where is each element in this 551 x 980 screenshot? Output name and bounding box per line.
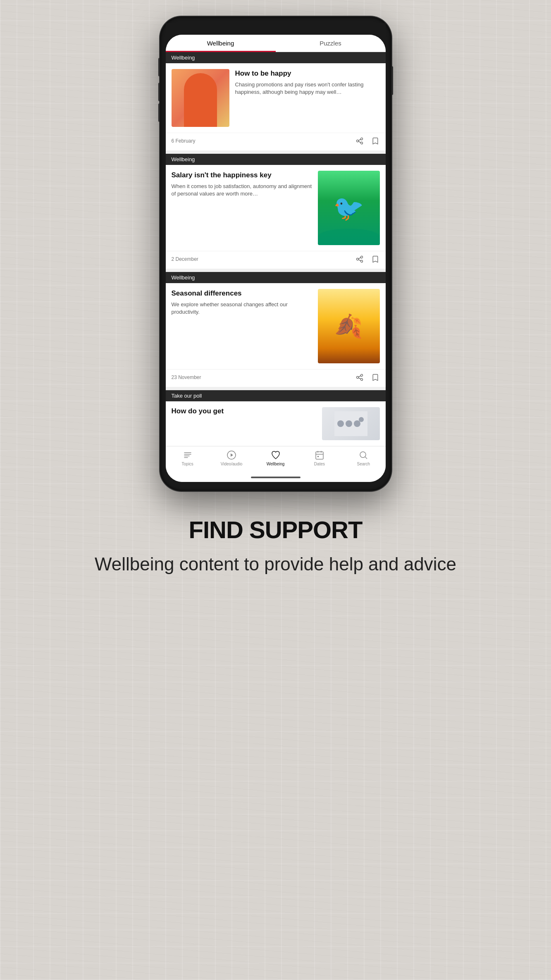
home-bar [251, 477, 301, 478]
share-button-3[interactable] [355, 373, 364, 382]
poll-section: Take our poll How do you get [166, 390, 386, 446]
article-date-1: 6 February [172, 138, 196, 144]
promo-title: FIND SUPPORT [95, 516, 456, 544]
article-body-1: How to be happy Chasing promotions and p… [166, 63, 386, 133]
svg-line-13 [365, 457, 367, 459]
svg-point-4 [359, 417, 364, 422]
article-body-3: Seasonal differences We explore whether … [166, 283, 386, 369]
article-footer-1: 6 February [166, 133, 386, 150]
bookmark-button-3[interactable] [371, 373, 380, 382]
section-header-1: Wellbeing [166, 52, 386, 63]
svg-rect-7 [316, 452, 323, 459]
phone-status-bar [166, 23, 386, 35]
article-text-1: How to be happy Chasing promotions and p… [235, 69, 380, 127]
svg-point-1 [337, 420, 344, 427]
svg-point-3 [354, 420, 360, 427]
nav-item-search[interactable]: Search [341, 450, 385, 466]
nav-label-wellbeing: Wellbeing [267, 462, 285, 466]
article-title-2: Salary isn't the happiness key [172, 171, 313, 179]
nav-item-video[interactable]: Video/audio [210, 450, 253, 466]
article-actions-3 [355, 373, 380, 382]
article-excerpt-3: We explore whether seasonal changes affe… [172, 301, 313, 316]
phone-notch [251, 25, 301, 33]
app-content: Wellbeing Puzzles Wellbeing How to be ha… [166, 35, 386, 482]
calendar-icon [314, 450, 325, 460]
article-date-3: 23 November [172, 374, 201, 380]
tab-wellbeing[interactable]: Wellbeing [166, 35, 276, 52]
poll-title: How do you get [172, 407, 317, 415]
bookmark-button-2[interactable] [371, 255, 380, 264]
section-header-2: Wellbeing [166, 154, 386, 165]
article-footer-2: 2 December [166, 251, 386, 269]
app-tabs: Wellbeing Puzzles [166, 35, 386, 52]
phone-device: Wellbeing Puzzles Wellbeing How to be ha… [160, 17, 391, 491]
poll-text: How do you get [172, 407, 317, 415]
article-footer-3: 23 November [166, 369, 386, 387]
article-text-2: Salary isn't the happiness key When it c… [172, 171, 313, 245]
poll-image [322, 407, 380, 440]
article-text-3: Seasonal differences We explore whether … [172, 289, 313, 363]
nav-item-dates[interactable]: Dates [298, 450, 341, 466]
phone-screen: Wellbeing Puzzles Wellbeing How to be ha… [166, 35, 386, 482]
article-title-1: How to be happy [235, 69, 380, 78]
article-excerpt-2: When it comes to job satisfaction, auton… [172, 183, 313, 198]
nav-item-topics[interactable]: Topics [166, 450, 210, 466]
nav-label-search: Search [357, 462, 370, 466]
heart-icon [270, 450, 281, 460]
share-button-2[interactable] [355, 255, 364, 264]
topics-icon [182, 450, 193, 460]
bookmark-button-1[interactable] [371, 136, 380, 145]
article-card-3: Wellbeing Seasonal differences We explor… [166, 272, 386, 390]
svg-point-12 [360, 452, 366, 458]
tab-puzzles[interactable]: Puzzles [276, 35, 386, 52]
share-button-1[interactable] [355, 136, 364, 145]
article-body-2: Salary isn't the happiness key When it c… [166, 165, 386, 251]
nav-label-topics: Topics [182, 462, 193, 466]
svg-rect-11 [317, 456, 319, 457]
poll-section-header: Take our poll [166, 390, 386, 401]
article-card-1: Wellbeing How to be happy Chasing promot… [166, 52, 386, 154]
play-icon [226, 450, 237, 460]
article-actions-2 [355, 255, 380, 264]
svg-point-2 [346, 420, 352, 427]
home-indicator [166, 473, 386, 482]
nav-label-dates: Dates [314, 462, 325, 466]
search-icon [358, 450, 369, 460]
bottom-nav: Topics Video/audio [166, 446, 386, 473]
article-actions-1 [355, 136, 380, 145]
promo-section: FIND SUPPORT Wellbeing content to provid… [62, 516, 489, 575]
nav-label-video: Video/audio [221, 462, 243, 466]
article-image-2 [318, 171, 380, 245]
svg-marker-6 [231, 453, 233, 457]
article-card-2: Wellbeing Salary isn't the happiness key… [166, 154, 386, 272]
section-header-3: Wellbeing [166, 272, 386, 283]
promo-subtitle: Wellbeing content to provide help and ad… [95, 553, 456, 575]
poll-preview: How do you get [166, 401, 386, 446]
article-image-3 [318, 289, 380, 363]
article-image-1 [172, 69, 229, 127]
article-title-3: Seasonal differences [172, 289, 313, 298]
nav-item-wellbeing[interactable]: Wellbeing [253, 450, 297, 466]
article-date-2: 2 December [172, 256, 198, 262]
article-excerpt-1: Chasing promotions and pay rises won't c… [235, 81, 380, 96]
